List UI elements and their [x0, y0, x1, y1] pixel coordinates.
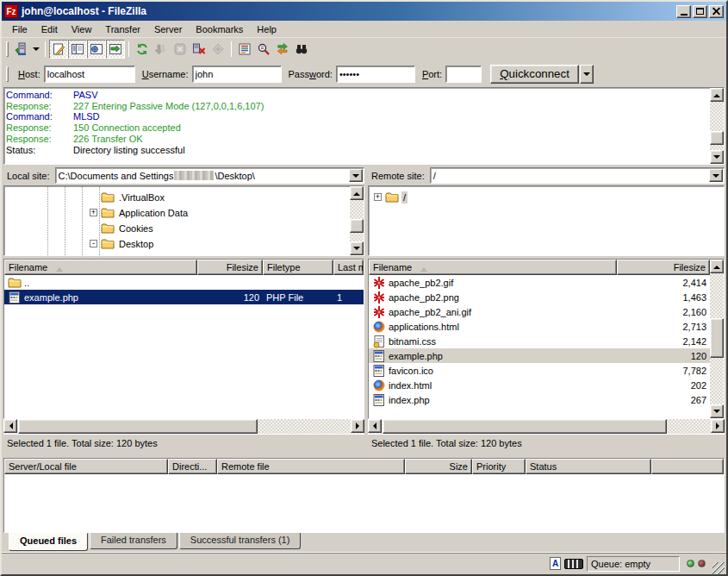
- collapse-minus-icon[interactable]: -: [90, 240, 97, 247]
- expand-plus-icon[interactable]: +: [90, 209, 97, 216]
- scroll-down-button[interactable]: [710, 404, 724, 418]
- file-row-parent-dir[interactable]: ..: [4, 275, 364, 290]
- quickconnect-button[interactable]: Quickconnect: [490, 65, 579, 84]
- remote-horizontal-scrollbar[interactable]: [368, 419, 725, 434]
- file-row[interactable]: index.html 202: [369, 378, 710, 392]
- column-header-last-modified[interactable]: Last modified: [333, 260, 364, 275]
- column-header-priority[interactable]: Priority: [472, 459, 526, 474]
- menu-server[interactable]: Server: [147, 22, 189, 36]
- disconnect-button[interactable]: [190, 40, 208, 59]
- file-row-example-php-selected[interactable]: example.php 120: [369, 348, 710, 363]
- scroll-thumb[interactable]: [710, 131, 724, 145]
- tree-item-root[interactable]: + /: [374, 190, 408, 204]
- port-input[interactable]: [445, 66, 482, 83]
- column-header-server-local-file[interactable]: Server/Local file: [4, 459, 168, 474]
- local-site-dropdown[interactable]: [349, 169, 363, 182]
- column-header-status[interactable]: Status: [526, 459, 651, 474]
- column-header-filesize[interactable]: Filesize: [197, 260, 263, 275]
- find-files-button[interactable]: [292, 40, 311, 59]
- triangle-left-icon: [370, 423, 376, 429]
- close-button[interactable]: [709, 5, 724, 18]
- remote-list-scrollbar[interactable]: [710, 260, 724, 418]
- tab-failed-transfers[interactable]: Failed transfers: [90, 533, 177, 549]
- remote-site-combobox[interactable]: /: [430, 167, 725, 184]
- title-bar[interactable]: Fz john@localhost - FileZilla: [2, 2, 726, 21]
- scroll-right-button[interactable]: [711, 419, 725, 433]
- local-directory-tree: .VirtualBox + Application Data Cookies -…: [3, 185, 364, 256]
- resize-grip[interactable]: [712, 562, 725, 574]
- local-tree-scrollbar[interactable]: [350, 186, 364, 255]
- toolbar-separator: [128, 41, 129, 57]
- quickconnect-grip[interactable]: [6, 66, 9, 82]
- scroll-left-button[interactable]: [3, 419, 17, 433]
- username-input[interactable]: [192, 66, 282, 83]
- tree-item-virtualbox[interactable]: .VirtualBox: [101, 190, 166, 204]
- file-row[interactable]: applications.html 2,713: [369, 319, 710, 334]
- remote-site-dropdown[interactable]: [709, 169, 723, 182]
- file-row[interactable]: apache_pb2_ani.gif 2,160: [369, 304, 710, 319]
- scroll-right-button[interactable]: [351, 419, 364, 433]
- triangle-left-icon: [6, 423, 13, 429]
- site-manager-button[interactable]: [11, 40, 30, 59]
- menu-edit[interactable]: Edit: [34, 22, 65, 36]
- maximize-button[interactable]: [693, 5, 707, 18]
- local-site-combobox[interactable]: C:\Documents and Settings\Desktop\: [55, 167, 364, 184]
- file-row[interactable]: apache_pb2.gif 2,414: [369, 275, 710, 290]
- column-header-filetype[interactable]: Filetype: [263, 260, 333, 275]
- column-header-filename[interactable]: Filename: [369, 260, 617, 275]
- menu-view[interactable]: View: [65, 22, 99, 36]
- column-header-size[interactable]: Size: [405, 459, 472, 474]
- quickconnect-dropdown[interactable]: [580, 65, 594, 84]
- scroll-up-button[interactable]: [710, 260, 724, 273]
- file-row[interactable]: index.php 267: [369, 392, 710, 407]
- toggle-message-log-button[interactable]: [49, 40, 68, 59]
- column-header-remote-file[interactable]: Remote file: [217, 459, 405, 474]
- tree-item-application-data[interactable]: + Application Data: [90, 205, 190, 220]
- triangle-right-icon: [356, 423, 363, 429]
- remote-list-header: Filename Filesize: [369, 260, 710, 275]
- directory-comparison-button[interactable]: [254, 40, 273, 59]
- scroll-down-button[interactable]: [710, 150, 724, 164]
- column-header-filename[interactable]: Filename: [4, 260, 197, 275]
- refresh-button[interactable]: [133, 40, 152, 59]
- local-horizontal-scrollbar[interactable]: [3, 419, 364, 434]
- toggle-remote-tree-button[interactable]: [87, 40, 106, 59]
- toolbar-grip[interactable]: [6, 41, 9, 57]
- directory-filters-button[interactable]: [235, 40, 254, 59]
- remote-list-body: apache_pb2.gif 2,414 apache_pb2.png 1,46…: [369, 275, 710, 418]
- host-input[interactable]: [44, 66, 135, 83]
- scroll-left-button[interactable]: [368, 419, 382, 433]
- expand-plus-icon[interactable]: +: [374, 193, 382, 201]
- password-input[interactable]: [336, 66, 415, 83]
- scroll-up-button[interactable]: [350, 186, 364, 200]
- scroll-thumb[interactable]: [710, 318, 724, 358]
- tree-item-cookies[interactable]: Cookies: [101, 221, 155, 235]
- tab-queued-files[interactable]: Queued files: [9, 533, 88, 551]
- minimize-button[interactable]: [676, 5, 691, 18]
- scroll-thumb[interactable]: [383, 419, 667, 434]
- site-manager-dropdown[interactable]: [30, 40, 41, 59]
- menu-help[interactable]: Help: [250, 22, 283, 36]
- scroll-thumb[interactable]: [18, 419, 258, 434]
- file-row-example-php-selected[interactable]: example.php 120 PHP File 1: [4, 290, 364, 304]
- scroll-thumb[interactable]: [350, 219, 364, 233]
- queue-body[interactable]: [4, 474, 724, 532]
- menu-file[interactable]: File: [5, 22, 34, 36]
- file-row[interactable]: apache_pb2.png 1,463: [369, 290, 710, 304]
- synchronized-browsing-button[interactable]: [273, 40, 292, 59]
- local-site-row: Local site: C:\Documents and Settings\De…: [3, 167, 364, 184]
- scroll-down-button[interactable]: [350, 241, 364, 255]
- tree-item-desktop[interactable]: - Desktop: [90, 236, 155, 251]
- redacted-username: [174, 171, 214, 180]
- column-header-filesize[interactable]: Filesize: [617, 260, 710, 275]
- file-row[interactable]: favicon.ico 7,782: [369, 363, 710, 378]
- log-vertical-scrollbar[interactable]: [710, 88, 724, 164]
- toggle-local-tree-button[interactable]: [68, 40, 87, 59]
- column-header-direction[interactable]: Directi...: [168, 459, 217, 474]
- scroll-up-button[interactable]: [710, 88, 724, 102]
- menu-transfer[interactable]: Transfer: [98, 22, 147, 36]
- tab-successful-transfers[interactable]: Successful transfers (1): [179, 533, 302, 549]
- toggle-transfer-queue-button[interactable]: [106, 40, 125, 59]
- file-row[interactable]: bitnami.css 2,142: [369, 334, 710, 348]
- menu-bookmarks[interactable]: Bookmarks: [189, 22, 250, 36]
